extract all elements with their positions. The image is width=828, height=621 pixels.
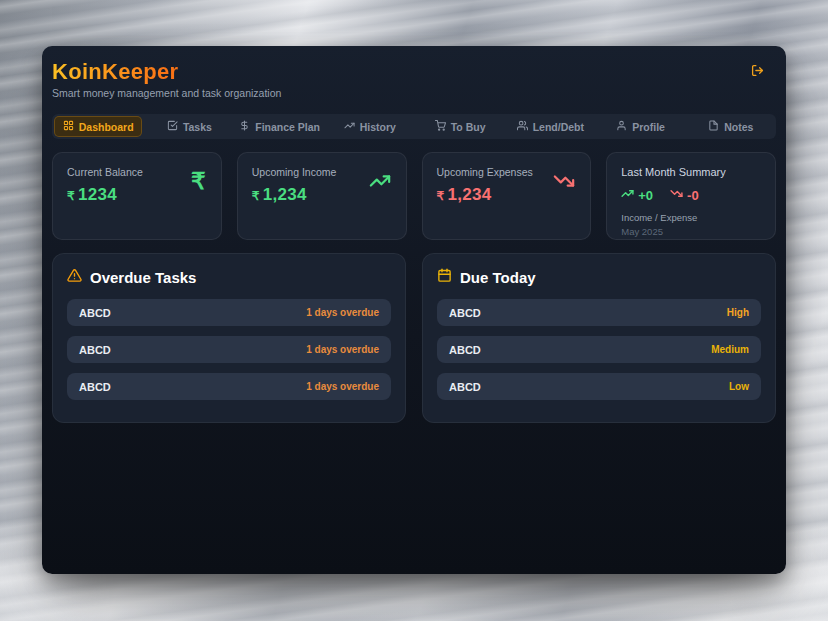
alert-triangle-icon [67,268,82,286]
trending-up-icon [369,170,391,192]
tab-label: Dashboard [79,121,134,133]
tab-bar: Dashboard Tasks Finance Plan History To … [52,114,776,139]
overdue-task-row[interactable]: ABCD 1 days overdue [67,373,391,400]
task-name: ABCD [79,307,111,319]
tab-label: Tasks [183,121,212,133]
overdue-badge: 1 days overdue [306,307,379,318]
due-today-task-row[interactable]: ABCD High [437,299,761,326]
trending-up-icon [621,187,634,203]
summary-values: +0 -0 [621,187,761,203]
tab-profile[interactable]: Profile [598,116,684,137]
summary-label: Last Month Summary [621,166,761,178]
stat-card-current-balance: Current Balance ₹1234 ₹ [52,152,222,240]
overdue-tasks-title: Overdue Tasks [67,268,391,286]
summary-income-value: +0 [638,188,653,203]
stat-label: Current Balance [67,166,207,178]
tab-label: History [360,121,396,133]
summary-expense: -0 [670,187,699,203]
due-today-title: Due Today [437,268,761,286]
desktop-background: KoinKeeper Smart money management and ta… [0,0,828,621]
overdue-tasks-panel: Overdue Tasks ABCD 1 days overdue ABCD 1… [52,253,406,423]
calendar-icon [437,268,452,286]
overdue-task-row[interactable]: ABCD 1 days overdue [67,299,391,326]
trending-down-icon [553,170,575,192]
rupee-symbol: ₹ [67,189,75,203]
dollar-sign-icon [239,120,250,133]
logout-button[interactable] [751,64,764,77]
page-title: KoinKeeper [52,59,178,84]
app-header: KoinKeeper Smart money management and ta… [52,59,776,100]
due-today-task-row[interactable]: ABCD Low [437,373,761,400]
logout-icon [751,64,764,77]
priority-badge: Medium [711,344,749,355]
stat-value: ₹1234 [67,185,207,205]
stat-card-upcoming-expenses: Upcoming Expenses ₹1,234 [422,152,592,240]
overdue-badge: 1 days overdue [306,344,379,355]
stat-card-last-month-summary: Last Month Summary +0 -0 Income / Expens… [606,152,776,240]
rupee-icon: ₹ [191,170,206,193]
stats-row: Current Balance ₹1234 ₹ Upcoming Income … [52,152,776,240]
tab-lend-debt[interactable]: Lend/Debt [507,116,593,137]
users-icon [517,120,528,133]
task-name: ABCD [79,344,111,356]
task-name: ABCD [449,381,481,393]
rupee-symbol: ₹ [437,189,445,203]
overdue-task-row[interactable]: ABCD 1 days overdue [67,336,391,363]
check-square-icon [167,120,178,133]
summary-expense-value: -0 [687,188,699,203]
summary-caption: Income / Expense [621,212,761,223]
tab-notes[interactable]: Notes [688,116,774,137]
user-icon [616,120,627,133]
tab-label: Finance Plan [255,121,320,133]
summary-period: May 2025 [621,226,761,237]
summary-income: +0 [621,187,653,203]
priority-badge: Low [729,381,749,392]
due-today-panel: Due Today ABCD High ABCD Medium ABCD Low [422,253,776,423]
tab-label: To Buy [451,121,486,133]
task-name: ABCD [79,381,111,393]
panel-title-text: Due Today [460,269,536,286]
task-name: ABCD [449,307,481,319]
stat-card-upcoming-income: Upcoming Income ₹1,234 [237,152,407,240]
tab-to-buy[interactable]: To Buy [417,116,503,137]
tab-label: Profile [632,121,665,133]
panels-row: Overdue Tasks ABCD 1 days overdue ABCD 1… [52,253,776,423]
rupee-symbol: ₹ [252,189,260,203]
app-window: KoinKeeper Smart money management and ta… [42,46,786,574]
tab-finance-plan[interactable]: Finance Plan [237,116,323,137]
app-subtitle: Smart money management and task organiza… [52,87,776,100]
trending-up-icon [344,120,355,133]
tab-label: Notes [724,121,753,133]
overdue-badge: 1 days overdue [306,381,379,392]
layout-grid-icon [63,120,74,133]
panel-title-text: Overdue Tasks [90,269,196,286]
trending-down-icon [670,187,683,203]
tab-dashboard[interactable]: Dashboard [54,116,142,137]
due-today-task-row[interactable]: ABCD Medium [437,336,761,363]
stat-amount: 1234 [78,185,117,204]
stat-amount: 1,234 [263,185,307,204]
task-name: ABCD [449,344,481,356]
tab-history[interactable]: History [327,116,413,137]
stat-amount: 1,234 [447,185,491,204]
file-icon [708,120,719,133]
priority-badge: High [727,307,749,318]
tab-label: Lend/Debt [533,121,584,133]
shopping-cart-icon [435,120,446,133]
tab-tasks[interactable]: Tasks [146,116,232,137]
